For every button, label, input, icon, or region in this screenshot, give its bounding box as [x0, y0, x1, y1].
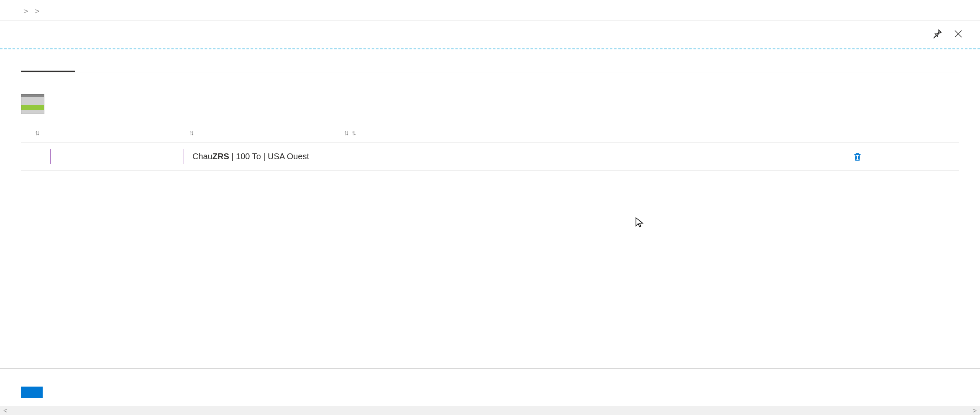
scroll-left-icon[interactable]: <	[3, 407, 7, 415]
breadcrumb: > >	[0, 0, 980, 20]
close-icon[interactable]	[953, 29, 963, 40]
horizontal-scrollbar[interactable]: < >	[0, 406, 980, 415]
sort-icon[interactable]: ↑↓	[189, 129, 192, 137]
breadcrumb-sep: >	[35, 7, 39, 16]
tab-row	[21, 49, 959, 72]
reservation-name-input[interactable]	[50, 149, 184, 164]
total-cost-value	[944, 385, 959, 398]
sort-icon[interactable]: ↑↓	[351, 129, 355, 137]
next-verify-buy-button[interactable]	[21, 387, 43, 398]
quantity-input[interactable]	[523, 149, 577, 164]
storage-icon	[21, 94, 44, 114]
cost-summary	[919, 379, 959, 398]
sort-icon[interactable]: ↑↓	[21, 129, 50, 137]
header-product[interactable]: ↑↓	[192, 129, 347, 137]
breadcrumb-sep: >	[23, 7, 28, 16]
scroll-right-icon[interactable]: >	[973, 407, 977, 415]
header-scope[interactable]: ↑↓	[347, 129, 422, 137]
header-name[interactable]: ↑↓	[50, 129, 192, 137]
mouse-cursor-icon	[635, 217, 644, 230]
delete-row-button[interactable]	[845, 151, 870, 163]
product-row	[0, 72, 980, 125]
blade-header	[0, 20, 980, 49]
grid-header: ↑↓ ↑↓ ↑↓ ↑↓	[21, 125, 959, 143]
reservation-grid: ↑↓ ↑↓ ↑↓ ↑↓	[0, 125, 980, 171]
pin-icon[interactable]	[932, 29, 942, 40]
sort-icon[interactable]: ↑↓	[344, 129, 347, 137]
table-row: ChauZRS | 100 To | USA Ouest	[21, 143, 959, 171]
footer	[0, 368, 980, 406]
product-cell: ChauZRS | 100 To | USA Ouest	[192, 152, 309, 161]
